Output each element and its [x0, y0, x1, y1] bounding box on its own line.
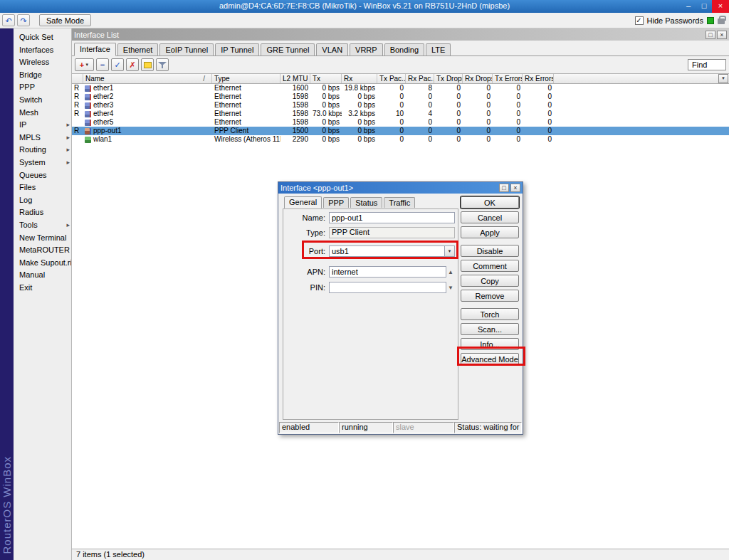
column-header[interactable]: Tx: [310, 74, 342, 83]
sidebar-item[interactable]: Tools: [14, 219, 71, 232]
table-row[interactable]: R ether4 Ethernet 1598 73.0 kbps 3.2 kbp…: [72, 110, 729, 118]
app-titlebar[interactable]: admin@D4:CA:6D:7E:F8:CB (MikroTik) - Win…: [0, 0, 729, 13]
tab[interactable]: VRRP: [350, 43, 383, 56]
dialog-button[interactable]: Scan...: [461, 323, 519, 335]
sidebar-item-label: Wireless: [19, 58, 49, 66]
dialog-tab[interactable]: PPP: [323, 197, 349, 208]
sidebar-item[interactable]: Routing: [14, 144, 71, 157]
sidebar-item[interactable]: New Terminal: [14, 232, 71, 245]
apn-up-icon[interactable]: ▲: [446, 269, 455, 275]
comment-button[interactable]: [141, 58, 154, 71]
dialog-button[interactable]: OK: [461, 196, 519, 208]
interface-name: wlan1: [93, 135, 112, 144]
forward-button[interactable]: ↷: [17, 14, 30, 26]
minimize-icon[interactable]: –: [681, 0, 696, 13]
close-window-icon[interactable]: ×: [717, 31, 727, 39]
row-rx-packets: 8: [406, 84, 434, 93]
close-icon[interactable]: ×: [712, 0, 729, 13]
column-header[interactable]: L2 MTU: [280, 74, 310, 83]
sidebar-item[interactable]: Queues: [14, 169, 71, 182]
sidebar-item[interactable]: IP: [14, 119, 71, 132]
safe-mode-button[interactable]: Safe Mode: [39, 14, 91, 26]
dialog-button[interactable]: Cancel: [461, 211, 519, 223]
column-header[interactable]: Rx: [342, 74, 377, 83]
sidebar-item[interactable]: Wireless: [14, 56, 71, 69]
tab[interactable]: GRE Tunnel: [261, 43, 315, 56]
dialog-tab[interactable]: Status: [350, 197, 382, 208]
tab[interactable]: LTE: [426, 43, 451, 56]
table-row[interactable]: ether5 Ethernet 1598 0 bps 0 bps 0 0 0 0…: [72, 118, 729, 127]
sidebar-item[interactable]: Bridge: [14, 69, 71, 82]
sidebar-item[interactable]: MPLS: [14, 132, 71, 144]
column-header[interactable]: Rx Drops: [463, 74, 493, 83]
sidebar-item[interactable]: MetaROUTER: [14, 244, 71, 257]
tab[interactable]: IP Tunnel: [215, 43, 259, 56]
sidebar-item[interactable]: Mesh: [14, 107, 71, 120]
name-input[interactable]: [329, 212, 455, 223]
apn-input[interactable]: [329, 266, 446, 278]
remove-button[interactable]: −: [96, 58, 109, 71]
sidebar-item[interactable]: Interfaces: [14, 44, 71, 57]
disable-button[interactable]: ✗: [126, 58, 139, 71]
dialog-tab[interactable]: Traffic: [384, 197, 415, 208]
sidebar-item[interactable]: PPP: [14, 81, 71, 94]
sidebar-item[interactable]: Quick Set: [14, 31, 71, 44]
sidebar-item[interactable]: Radius: [14, 206, 71, 219]
port-dropdown-icon[interactable]: ▼: [444, 246, 454, 256]
filter-button[interactable]: [156, 58, 169, 71]
column-header[interactable]: Name: [83, 74, 212, 83]
interface-list-titlebar[interactable]: Interface List □ ×: [72, 28, 729, 41]
enable-button[interactable]: ✓: [111, 58, 124, 71]
dialog-button[interactable]: Apply: [461, 226, 519, 238]
dialog-close-icon[interactable]: ×: [510, 184, 520, 192]
maximize-icon[interactable]: □: [696, 0, 712, 13]
column-header[interactable]: Tx Pac...: [377, 74, 406, 83]
dialog-button[interactable]: Advanced Mode: [461, 353, 519, 365]
dialog-button[interactable]: Copy: [461, 275, 519, 287]
sidebar-item[interactable]: Make Supout.rif: [14, 257, 71, 270]
sidebar-item-label: System: [19, 158, 46, 167]
table-row[interactable]: R ether3 Ethernet 1598 0 bps 0 bps 0 0 0…: [72, 101, 729, 110]
dialog-button[interactable]: Comment: [461, 260, 519, 272]
sidebar-item[interactable]: System: [14, 157, 71, 169]
dialog-titlebar[interactable]: Interface <ppp-out1> □ ×: [278, 182, 523, 194]
sidebar-item[interactable]: Log: [14, 194, 71, 207]
sidebar-item[interactable]: Manual: [14, 269, 71, 282]
dialog-tab[interactable]: General: [284, 196, 322, 208]
table-row[interactable]: wlan1 Wireless (Atheros 11N) 2290 0 bps …: [72, 135, 729, 144]
dialog-button[interactable]: Disable: [461, 245, 519, 257]
pin-input[interactable]: [329, 282, 446, 293]
table-row[interactable]: R ether2 Ethernet 1598 0 bps 0 bps 0 0 0…: [72, 93, 729, 101]
row-rx-packets: 0: [406, 135, 434, 144]
tab[interactable]: Ethernet: [117, 43, 159, 56]
port-select[interactable]: usb1 ▼: [329, 245, 455, 257]
hide-passwords-checkbox[interactable]: ✓: [635, 16, 644, 25]
row-name-cell: ether2: [83, 93, 212, 101]
dialog-button[interactable]: Torch: [461, 308, 519, 320]
restore-window-icon[interactable]: □: [706, 31, 715, 39]
dialog-button[interactable]: Remove: [461, 290, 519, 302]
tab[interactable]: VLAN: [316, 43, 348, 56]
find-button[interactable]: Find: [688, 59, 726, 70]
tab[interactable]: Interface: [74, 43, 116, 56]
column-header[interactable]: Rx Pac...: [406, 74, 434, 83]
column-header[interactable]: Type: [212, 74, 280, 83]
sidebar-item[interactable]: Files: [14, 181, 71, 194]
dialog-restore-icon[interactable]: □: [499, 184, 509, 192]
column-header[interactable]: Tx Drops: [434, 74, 463, 83]
column-header[interactable]: [72, 74, 83, 83]
dialog-button[interactable]: Info...: [461, 338, 519, 350]
table-row[interactable]: R ppp-out1 PPP Client 1500 0 bps 0 bps 0…: [72, 127, 729, 135]
table-row[interactable]: R ether1 Ethernet 1600 0 bps 19.8 kbps 0…: [72, 84, 729, 93]
add-button[interactable]: + ▼: [75, 58, 94, 71]
sidebar-item[interactable]: Exit: [14, 282, 71, 295]
back-button[interactable]: ↶: [2, 14, 15, 26]
status-text: Status: waiting for pac...: [454, 422, 522, 433]
tab[interactable]: Bonding: [384, 43, 424, 56]
pin-down-icon[interactable]: ▼: [446, 285, 455, 291]
column-dropdown-icon[interactable]: ▼: [718, 74, 728, 83]
column-header[interactable]: Tx Errors: [493, 74, 523, 83]
tab[interactable]: EoIP Tunnel: [159, 43, 214, 56]
sidebar-item[interactable]: Switch: [14, 94, 71, 107]
column-header[interactable]: Rx Errors: [523, 74, 554, 83]
